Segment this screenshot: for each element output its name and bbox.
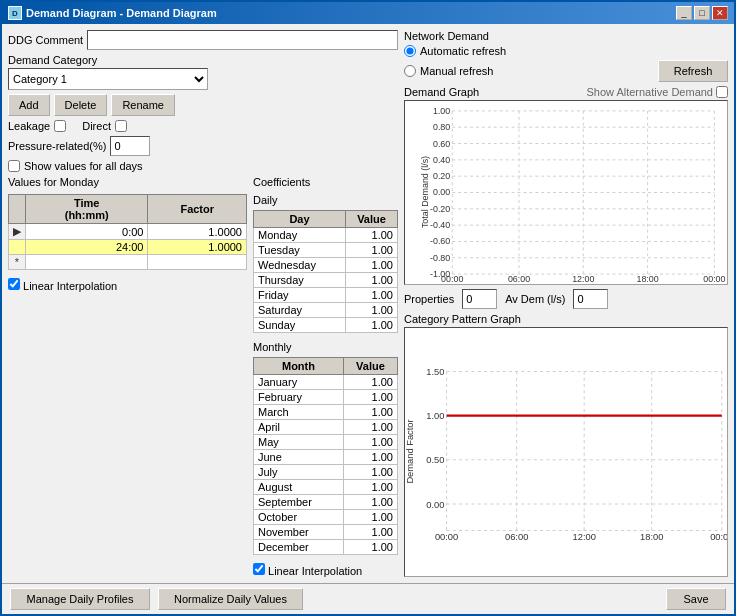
table-row: July1.00 — [254, 465, 398, 480]
table-row: Friday 1.00 — [254, 288, 398, 303]
title-bar-controls: _ □ ✕ — [676, 6, 728, 20]
ddg-comment-row: DDG Comment — [8, 30, 398, 50]
window-title: Demand Diagram - Demand Diagram — [26, 7, 217, 19]
table-row: January1.00 — [254, 375, 398, 390]
day-name: Sunday — [254, 318, 346, 333]
close-button[interactable]: ✕ — [712, 6, 728, 20]
maximize-button[interactable]: □ — [694, 6, 710, 20]
leakage-label: Leakage — [8, 120, 50, 132]
row-factor[interactable]: 1.0000 — [148, 224, 247, 240]
month-value[interactable]: 1.00 — [343, 540, 397, 555]
day-value[interactable]: 1.00 — [346, 303, 398, 318]
linear-interpolation-monthly-checkbox[interactable] — [253, 563, 265, 575]
properties-row: Properties Av Dem (l/s) — [404, 289, 728, 309]
ddg-comment-input[interactable] — [87, 30, 398, 50]
table-row: October1.00 — [254, 510, 398, 525]
month-value[interactable]: 1.00 — [343, 465, 397, 480]
svg-text:06:00: 06:00 — [508, 274, 530, 284]
table-row: December1.00 — [254, 540, 398, 555]
normalize-daily-button[interactable]: Normalize Daily Values — [158, 588, 303, 610]
day-name: Friday — [254, 288, 346, 303]
manual-refresh-radio[interactable] — [404, 65, 416, 77]
demand-category-select[interactable]: Category 1 — [8, 68, 208, 90]
ddg-comment-label: DDG Comment — [8, 34, 83, 46]
table-row: November1.00 — [254, 525, 398, 540]
daily-col-day: Day — [254, 211, 346, 228]
col-factor: Factor — [148, 195, 247, 224]
month-name: June — [254, 450, 344, 465]
add-button[interactable]: Add — [8, 94, 50, 116]
refresh-button[interactable]: Refresh — [658, 60, 728, 82]
row-time[interactable]: 24:00 — [26, 240, 148, 255]
linear-interpolation-monthly-label: Linear Interpolation — [268, 565, 362, 577]
month-value[interactable]: 1.00 — [343, 495, 397, 510]
minimize-button[interactable]: _ — [676, 6, 692, 20]
day-value[interactable]: 1.00 — [346, 258, 398, 273]
pattern-chart: 1.50 1.00 0.50 0.00 00:00 06:00 12:00 18… — [404, 327, 728, 577]
month-name: May — [254, 435, 344, 450]
month-col-value: Value — [343, 358, 397, 375]
month-value[interactable]: 1.00 — [343, 525, 397, 540]
window-icon: D — [8, 6, 22, 20]
day-value[interactable]: 1.00 — [346, 273, 398, 288]
coefficients-section: Coefficients Daily Day Value Monday — [253, 176, 398, 577]
day-value[interactable]: 1.00 — [346, 243, 398, 258]
month-name: January — [254, 375, 344, 390]
svg-text:-0.80: -0.80 — [430, 253, 450, 263]
month-name: December — [254, 540, 344, 555]
daily-label: Daily — [253, 194, 398, 206]
month-value[interactable]: 1.00 — [343, 405, 397, 420]
av-dem-input[interactable] — [573, 289, 608, 309]
direct-label: Direct — [82, 120, 111, 132]
monthly-table: Month Value January1.00 February1.00 Mar… — [253, 357, 398, 555]
leakage-direct-row: Leakage Direct — [8, 120, 398, 132]
properties-input[interactable] — [462, 289, 497, 309]
day-value[interactable]: 1.00 — [346, 228, 398, 243]
linear-interpolation-daily-checkbox[interactable] — [8, 278, 20, 290]
month-value[interactable]: 1.00 — [343, 375, 397, 390]
av-dem-label: Av Dem (l/s) — [505, 293, 565, 305]
save-button[interactable]: Save — [666, 588, 726, 610]
show-alt-label: Show Alternative Demand — [586, 86, 713, 98]
row-factor-new[interactable] — [148, 255, 247, 270]
month-name: October — [254, 510, 344, 525]
row-time[interactable]: 0:00 — [26, 224, 148, 240]
day-value[interactable]: 1.00 — [346, 288, 398, 303]
leakage-checkbox[interactable] — [54, 120, 66, 132]
svg-text:0.20: 0.20 — [433, 171, 450, 181]
month-value[interactable]: 1.00 — [343, 435, 397, 450]
row-time-new[interactable] — [26, 255, 148, 270]
month-value[interactable]: 1.00 — [343, 420, 397, 435]
direct-checkbox[interactable] — [115, 120, 127, 132]
main-window: D Demand Diagram - Demand Diagram _ □ ✕ … — [0, 0, 736, 616]
manage-daily-button[interactable]: Manage Daily Profiles — [10, 588, 150, 610]
month-value[interactable]: 1.00 — [343, 390, 397, 405]
show-values-label: Show values for all days — [24, 160, 143, 172]
show-alt-checkbox[interactable] — [716, 86, 728, 98]
manual-refresh-label: Manual refresh — [420, 65, 493, 77]
auto-refresh-row: Automatic refresh — [404, 45, 728, 57]
values-table: Time(hh:mm) Factor ▶ 0:00 1.0000 — [8, 194, 247, 270]
month-value[interactable]: 1.00 — [343, 480, 397, 495]
delete-button[interactable]: Delete — [54, 94, 108, 116]
svg-text:06:00: 06:00 — [505, 532, 528, 542]
demand-chart: 1.00 0.80 0.60 0.40 0.20 0.00 -0.20 -0.4… — [404, 100, 728, 285]
month-name: July — [254, 465, 344, 480]
show-values-row: Show values for all days — [8, 160, 398, 172]
pressure-input[interactable] — [110, 136, 150, 156]
auto-refresh-label: Automatic refresh — [420, 45, 506, 57]
svg-text:Demand Factor: Demand Factor — [405, 419, 415, 483]
row-factor[interactable]: 1.0000 — [148, 240, 247, 255]
show-values-checkbox[interactable] — [8, 160, 20, 172]
linear-interp-monthly-row: Linear Interpolation — [253, 563, 398, 577]
day-value[interactable]: 1.00 — [346, 318, 398, 333]
month-value[interactable]: 1.00 — [343, 510, 397, 525]
rename-button[interactable]: Rename — [111, 94, 175, 116]
svg-text:1.50: 1.50 — [426, 367, 444, 377]
svg-text:00:00: 00:00 — [441, 274, 463, 284]
month-value[interactable]: 1.00 — [343, 450, 397, 465]
svg-text:00:00: 00:00 — [710, 532, 727, 542]
auto-refresh-radio[interactable] — [404, 45, 416, 57]
table-row: Sunday 1.00 — [254, 318, 398, 333]
table-row: Tuesday 1.00 — [254, 243, 398, 258]
